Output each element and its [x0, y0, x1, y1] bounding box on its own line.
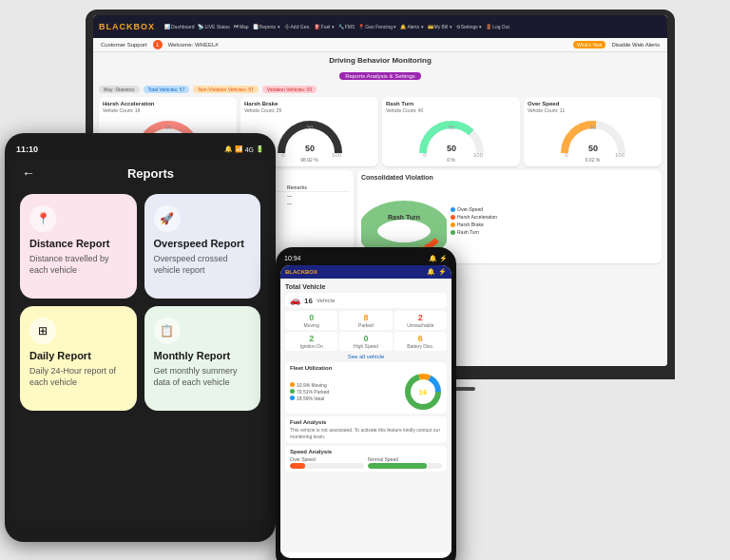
- report-card-daily[interactable]: ⊞ Daily Report Daily 24-Hour report of e…: [20, 306, 137, 411]
- tablet-time: 11:10: [16, 145, 38, 154]
- report-card-monthly[interactable]: 📋 Monthly Report Get monthly summery dat…: [144, 306, 261, 411]
- speed-bar-normal: Normal Speed: [368, 456, 442, 469]
- nav-item-fuel[interactable]: ⛽Fuel ▾: [315, 24, 335, 29]
- monthly-icon: 📋: [154, 318, 181, 344]
- stat-chip-total[interactable]: Total Vehicles: 57: [144, 86, 190, 93]
- speed-bar-overspeed: Over Speed: [290, 456, 364, 469]
- vehicle-label: Vehicle: [317, 298, 335, 303]
- gauge-subtitle-acceleration: Vehicle Count: 19: [103, 107, 233, 113]
- gauge-title-brake: Harsh Brake: [244, 101, 375, 106]
- see-all-link[interactable]: See all vehicle: [285, 354, 447, 359]
- monthly-report-title: Monthly Report: [154, 350, 252, 362]
- nav-item-addgeo[interactable]: ➕Add Geo.: [284, 24, 311, 29]
- nav-item-mybill[interactable]: 💳My Bill ▾: [428, 24, 452, 29]
- svg-text:50: 50: [589, 125, 596, 130]
- fleet-label-ideal: 18.59% Ideal: [297, 396, 324, 401]
- notification-icon: 🔔: [224, 145, 233, 153]
- fleet-legend: 10.9% Moving 70.51% Parked 18.59% Ideal: [290, 382, 398, 402]
- nav-item-fms[interactable]: 🔧FMS: [338, 24, 355, 29]
- violation-title: Consolidated Violation: [361, 174, 658, 181]
- vs-label-ignition: Ignition On: [288, 343, 335, 349]
- phone-content: Total Vehicle 🚗 16 Vehicle 0 Moving 8 Pa…: [280, 279, 451, 552]
- gauge-percent-rashturn: 0 %: [386, 157, 516, 163]
- legend-dot-acceleration: [451, 215, 455, 220]
- reports-grid: 📍 Distance Report Distance travelled by …: [12, 186, 268, 418]
- vs-num-battery: 6: [397, 334, 444, 343]
- speed-bar-fill-overspeed: [290, 463, 305, 469]
- nav-item-alerts[interactable]: 🔔Alerts ▾: [400, 24, 423, 29]
- nav-item-reports[interactable]: 📑Reports ▾: [253, 24, 280, 29]
- gauge-subtitle-brake: Vehicle Count: 25: [244, 107, 375, 113]
- report-card-overspeed[interactable]: 🚀 Overspeed Report Overspeed crossed veh…: [144, 194, 261, 299]
- fleet-title: Fleet Utilization: [290, 365, 442, 371]
- gauge-card-rashturn: Rash Turn Vehicle Count: 40 50 0 50 100: [382, 97, 520, 166]
- content-subtitle[interactable]: Reports Analysis & Settings: [339, 72, 421, 80]
- stat-chip-non-violation[interactable]: Non-Violation Vehicles: 57: [193, 86, 258, 93]
- monthly-report-desc: Get monthly summery data of each vehicle: [154, 366, 252, 388]
- fuel-text: This vehicle is not associated. To activ…: [290, 427, 442, 440]
- speed-bar-label-overspeed: Over Speed: [290, 456, 364, 462]
- nav-item-geofencing[interactable]: 📍Geo Fencing ▾: [358, 24, 396, 29]
- nav-items: 📊Dashboard 📡LIVE Status 🗺Map 📑Reports ▾ …: [164, 24, 662, 29]
- content-header: Driving Behavior Monitoring Reports Anal…: [99, 56, 662, 82]
- tablet-page-title: Reports: [43, 166, 259, 181]
- report-card-distance[interactable]: 📍 Distance Report Distance travelled by …: [20, 194, 137, 299]
- overspeed-report-desc: Overspeed crossed vehicle report: [154, 254, 252, 276]
- svg-point-17: [385, 220, 423, 242]
- svg-text:100: 100: [614, 152, 624, 157]
- nav-item-settings[interactable]: ⚙Settings ▾: [456, 24, 482, 29]
- phone-nav-icons: 🔔 ⚡: [427, 268, 447, 276]
- svg-text:Rash Turn: Rash Turn: [388, 214, 420, 221]
- phone-status-bar: 10:94 🔔 ⚡: [280, 255, 451, 262]
- fleet-dot-moving: [290, 382, 295, 387]
- vs-cell-parked: 8 Parked: [339, 311, 392, 330]
- vs-num-ignition: 2: [288, 334, 335, 343]
- tablet-screen: ← Reports 📍 Distance Report Distance tra…: [12, 160, 268, 521]
- nav-item-live[interactable]: 📡LIVE Status: [198, 24, 229, 29]
- back-button[interactable]: ←: [22, 165, 35, 181]
- distance-report-desc: Distance travelled by each vehicle: [29, 254, 127, 276]
- vs-cell-highspeed: 0 High Speed: [339, 332, 392, 351]
- fuel-section: Fuel Analysis This vehicle is not associ…: [285, 416, 447, 443]
- fleet-item-ideal: 18.59% Ideal: [290, 396, 398, 401]
- laptop-logo: BLACKBOX: [99, 22, 155, 31]
- legend-label-acceleration: Harsh Acceleration: [457, 214, 497, 220]
- info-bar-left: Customer Support 1 Welcome: WHEEL#: [101, 40, 219, 49]
- vs-label-battery: Battery Disc.: [397, 343, 444, 349]
- laptop-nav: BLACKBOX 📊Dashboard 📡LIVE Status 🗺Map 📑R…: [93, 15, 667, 38]
- phone-time: 10:94: [284, 255, 301, 262]
- gauge-title-overspeed: Over Speed: [528, 101, 658, 106]
- gauge-title-rashturn: Rash Turn: [386, 101, 516, 106]
- stat-chip-violation[interactable]: Violation Vehicles: 00: [262, 86, 317, 93]
- phone-status-icons: 🔔 ⚡: [429, 255, 448, 262]
- vs-label-highspeed: High Speed: [342, 343, 389, 349]
- speed-bars: Over Speed Normal Speed: [290, 456, 442, 469]
- svg-text:50: 50: [448, 125, 454, 130]
- stat-chip-may[interactable]: May -Statistics: [99, 86, 140, 93]
- legend-label-rashturn: Rash Turn: [457, 229, 479, 235]
- disable-alerts-label[interactable]: Disable Web Alerts: [611, 42, 660, 48]
- vs-cell-ignition: 2 Ignition On: [285, 332, 337, 351]
- vs-cell-moving: 0 Moving: [285, 311, 337, 330]
- fuel-title: Fuel Analysis: [290, 419, 442, 425]
- legend-dot-overspeed: [451, 207, 455, 212]
- svg-text:100: 100: [331, 152, 341, 157]
- fleet-section: Fleet Utilization 10.9% Moving 70.51% Pa…: [285, 362, 447, 414]
- svg-text:50: 50: [587, 144, 597, 153]
- svg-text:50: 50: [306, 125, 313, 130]
- nav-item-dashboard[interactable]: 📊Dashboard: [164, 24, 194, 29]
- total-vehicle-row: 🚗 16 Vehicle: [285, 293, 447, 308]
- gauge-subtitle-rashturn: Vehicle Count: 40: [386, 107, 516, 113]
- nav-item-map[interactable]: 🗺Map: [234, 24, 249, 29]
- vs-label-unreachable: Unreachable: [397, 322, 444, 328]
- vs-label-moving: Moving: [288, 322, 335, 328]
- network-icon: 4G: [245, 146, 254, 153]
- stats-bar: May -Statistics Total Vehicles: 57 Non-V…: [99, 86, 662, 93]
- battery-icon: 🔋: [256, 145, 264, 153]
- whats-new-badge[interactable]: What's New: [573, 41, 606, 48]
- gauge-svg-overspeed: 50 0 50 100: [528, 115, 658, 157]
- phone-nav-icon2: ⚡: [438, 268, 447, 276]
- top-info-bar: Customer Support 1 Welcome: WHEEL# What'…: [93, 38, 667, 52]
- nav-item-logout[interactable]: 🚪Log Out: [486, 24, 509, 29]
- fleet-item-parked: 70.51% Parked: [290, 389, 398, 395]
